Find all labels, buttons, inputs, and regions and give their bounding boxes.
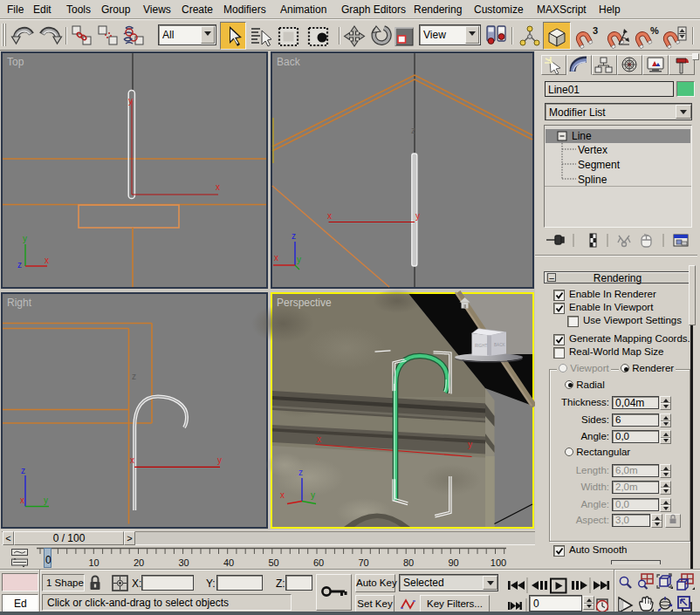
svg-text:50: 50 (268, 557, 278, 568)
svg-text:3: 3 (593, 25, 598, 36)
svg-text:x: x (45, 256, 49, 265)
svg-text:y: y (468, 440, 472, 449)
svg-text:z: z (299, 468, 303, 477)
svg-text:z: z (132, 372, 136, 381)
svg-text:100: 100 (491, 557, 506, 568)
svg-text:y: y (23, 234, 27, 243)
svg-text:x: x (327, 211, 332, 221)
svg-text:z: z (292, 231, 296, 241)
svg-text:80: 80 (403, 557, 414, 568)
svg-text:BACK: BACK (494, 343, 505, 347)
svg-text:y: y (415, 211, 420, 221)
svg-text:y: y (44, 495, 48, 505)
svg-text:y: y (311, 490, 315, 500)
svg-text:x: x (20, 495, 24, 505)
svg-text:y: y (297, 255, 301, 264)
svg-text:%: % (650, 25, 659, 36)
svg-text:z: z (411, 126, 415, 135)
svg-text:10: 10 (88, 557, 99, 568)
svg-text:x: x (274, 253, 278, 263)
svg-text:40: 40 (223, 557, 234, 568)
svg-text:x: x (216, 182, 220, 192)
svg-text:60: 60 (313, 557, 324, 568)
svg-text:y: y (217, 455, 222, 465)
svg-text:20: 20 (134, 557, 144, 568)
svg-text:z: z (17, 260, 22, 270)
svg-text:30: 30 (178, 557, 189, 568)
svg-text:90: 90 (448, 557, 458, 568)
svg-text:70: 70 (358, 557, 368, 568)
svg-text:RIGHT: RIGHT (475, 344, 487, 348)
svg-text:y: y (128, 96, 133, 106)
svg-text:z: z (21, 466, 25, 475)
svg-text:x: x (317, 434, 321, 444)
svg-text:x: x (130, 455, 134, 465)
svg-text:x: x (280, 490, 285, 500)
